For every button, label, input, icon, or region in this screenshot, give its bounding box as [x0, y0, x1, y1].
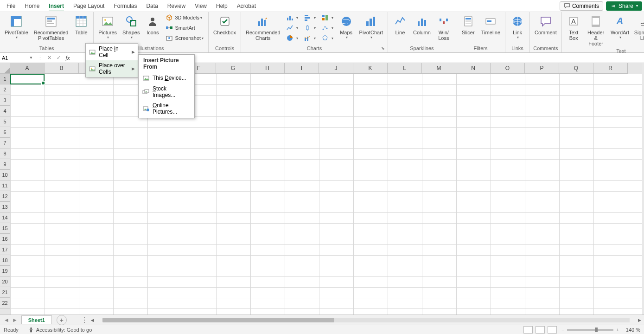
tab-review[interactable]: Review: [163, 1, 190, 11]
sheet-nav-prev[interactable]: ◄: [4, 317, 9, 323]
column-header-K[interactable]: K: [353, 63, 388, 74]
select-all-corner[interactable]: [0, 63, 10, 74]
shapes-button[interactable]: Shapes ▾: [121, 13, 141, 43]
pivotchart-button[interactable]: PivotChart ▾: [357, 13, 385, 43]
tab-insert[interactable]: Insert: [44, 1, 69, 11]
wordart-button[interactable]: A WordArt ▾: [609, 13, 631, 47]
chart-type-combo-button[interactable]: ▾: [302, 33, 318, 43]
row-header-11[interactable]: 11: [0, 180, 10, 191]
tab-view[interactable]: View: [190, 1, 211, 11]
column-header-H[interactable]: H: [250, 63, 285, 74]
chart-type-stat-button[interactable]: ▾: [302, 23, 318, 32]
hscroll-thumb[interactable]: [102, 318, 334, 322]
column-header-G[interactable]: G: [216, 63, 250, 74]
3d-models-button[interactable]: 3D Models ▾: [164, 13, 205, 22]
tab-acrobat[interactable]: Acrobat: [232, 1, 261, 11]
pivottable-button[interactable]: PivotTable ▾: [3, 13, 30, 42]
stock-images-menuitem[interactable]: Stock Images...: [139, 84, 194, 100]
row-header-12[interactable]: 12: [0, 191, 10, 202]
page-break-view-button[interactable]: [548, 326, 557, 334]
row-header-7[interactable]: 7: [0, 138, 10, 148]
chart-type-bar-button[interactable]: ▾: [302, 13, 318, 22]
tab-file[interactable]: File: [2, 1, 20, 11]
share-button[interactable]: Share ▾: [606, 1, 642, 11]
recommended-charts-button[interactable]: Recommended Charts: [244, 13, 282, 43]
page-layout-view-button[interactable]: [536, 326, 545, 334]
recommended-pivottables-button[interactable]: Recommended PivotTables: [32, 13, 70, 42]
row-header-13[interactable]: 13: [0, 202, 10, 212]
column-header-M[interactable]: M: [422, 63, 456, 74]
row-header-4[interactable]: 4: [0, 106, 10, 116]
charts-dialog-launcher[interactable]: ⬊: [381, 46, 387, 51]
chart-type-radar-button[interactable]: ▾: [319, 33, 335, 43]
cancel-formula-button[interactable]: ✕: [45, 55, 54, 61]
sheet-nav-next[interactable]: ►: [12, 317, 18, 323]
column-header-A[interactable]: A: [10, 63, 45, 74]
row-header-16[interactable]: 16: [0, 234, 10, 244]
maps-button[interactable]: Maps ▾: [337, 13, 356, 43]
tab-page-layout[interactable]: Page Layout: [69, 1, 109, 11]
comment-button[interactable]: Comment: [533, 13, 559, 36]
hscroll-left[interactable]: ◄: [88, 317, 97, 323]
row-header-21[interactable]: 21: [0, 287, 10, 298]
zoom-percent[interactable]: 140 %: [626, 327, 640, 333]
zoom-in-button[interactable]: +: [616, 327, 619, 333]
normal-view-button[interactable]: [523, 326, 533, 334]
hscroll-right[interactable]: ►: [635, 317, 644, 323]
row-header-15[interactable]: 15: [0, 223, 10, 234]
icons-button[interactable]: Icons: [143, 13, 162, 43]
checkbox-button[interactable]: Checkbox: [211, 13, 238, 36]
row-header-20[interactable]: 20: [0, 276, 10, 287]
row-header-17[interactable]: 17: [0, 244, 10, 255]
zoom-slider-handle[interactable]: [595, 328, 598, 332]
signature-line-button[interactable]: Signature Line ▾: [632, 13, 644, 47]
timeline-button[interactable]: Timeline: [479, 13, 502, 36]
row-header-3[interactable]: 3: [0, 95, 10, 106]
new-sheet-button[interactable]: +: [57, 315, 67, 325]
place-in-cell-menuitem[interactable]: Place in Cell ▶: [86, 44, 138, 60]
row-header-1[interactable]: 1: [0, 74, 10, 84]
formula-options-button[interactable]: ⋮: [35, 55, 45, 61]
column-header-Q[interactable]: Q: [559, 63, 593, 74]
row-header-22[interactable]: 22: [0, 298, 10, 308]
link-button[interactable]: Link ▾: [508, 13, 527, 40]
sparkline-winloss-button[interactable]: Win/ Loss: [434, 13, 453, 42]
chart-type-pie-button[interactable]: ▾: [284, 33, 300, 43]
row-header-18[interactable]: 18: [0, 255, 10, 266]
vertical-scrollbar[interactable]: [642, 63, 644, 315]
sparkline-column-button[interactable]: Column: [411, 13, 433, 42]
cells-area[interactable]: [10, 74, 642, 315]
header-footer-button[interactable]: Header & Footer: [585, 13, 607, 47]
column-header-B[interactable]: B: [45, 63, 79, 74]
row-header-5[interactable]: 5: [0, 116, 10, 127]
sparkline-line-button[interactable]: Line: [391, 13, 409, 42]
this-device-menuitem[interactable]: This Device...: [139, 72, 194, 84]
sheet-tab-sheet1[interactable]: Sheet1: [21, 315, 52, 324]
slicer-button[interactable]: Slicer: [459, 13, 478, 36]
row-header-8[interactable]: 8: [0, 148, 10, 159]
table-button[interactable]: Table: [72, 13, 90, 42]
row-header-2[interactable]: 2: [0, 84, 10, 95]
column-header-L[interactable]: L: [388, 63, 422, 74]
column-header-N[interactable]: N: [456, 63, 491, 74]
zoom-out-button[interactable]: −: [561, 327, 564, 333]
text-box-button[interactable]: A Text Box: [565, 13, 583, 47]
accessibility-status[interactable]: Accessibility: Good to go: [28, 327, 92, 333]
sheet-bar-grip[interactable]: ⋮: [81, 315, 88, 324]
row-header-10[interactable]: 10: [0, 170, 10, 180]
chart-type-hierarchy-button[interactable]: ▾: [319, 13, 335, 22]
insert-function-button[interactable]: fx: [63, 54, 72, 62]
column-header-O[interactable]: O: [491, 63, 525, 74]
tab-help[interactable]: Help: [211, 1, 232, 11]
chart-type-column-button[interactable]: ▾: [284, 13, 300, 22]
row-header-19[interactable]: 19: [0, 266, 10, 276]
enter-formula-button[interactable]: ✓: [54, 55, 63, 61]
online-pictures-menuitem[interactable]: Online Pictures...: [139, 100, 194, 117]
column-header-I[interactable]: I: [285, 63, 319, 74]
column-header-R[interactable]: R: [593, 63, 628, 74]
chart-type-scatter-button[interactable]: ▾: [319, 23, 335, 32]
chart-type-line-button[interactable]: ▾: [284, 23, 300, 32]
smartart-button[interactable]: SmartArt: [164, 23, 205, 32]
tab-home[interactable]: Home: [20, 1, 44, 11]
active-cell[interactable]: [10, 74, 45, 84]
